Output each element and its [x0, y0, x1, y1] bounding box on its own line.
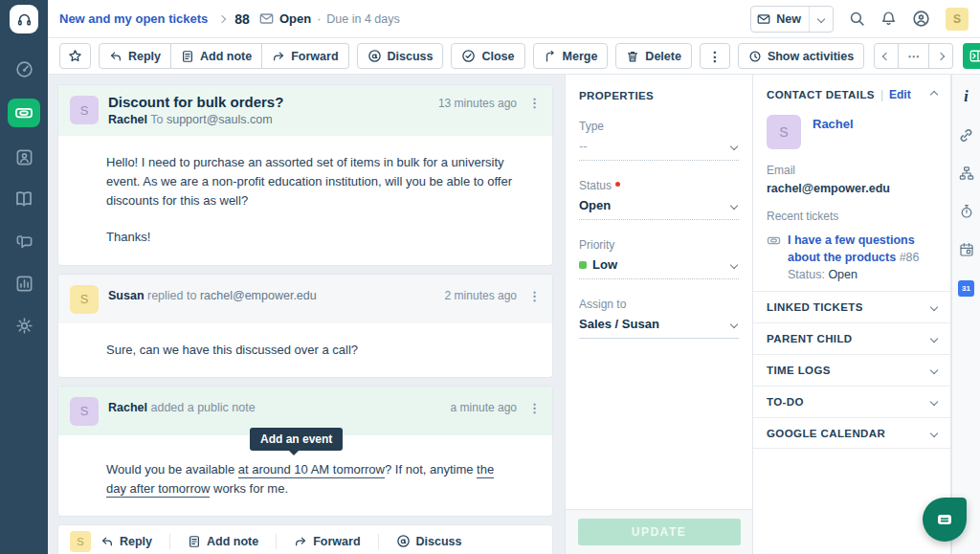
previous-ticket-button[interactable] [874, 43, 899, 69]
reply-button[interactable]: Reply [99, 43, 171, 69]
message-kebab-icon[interactable]: ⋮ [528, 401, 541, 415]
due-separator: · [317, 12, 321, 26]
nav-contacts-icon[interactable] [8, 144, 40, 169]
nav-solutions-icon[interactable] [8, 187, 40, 211]
message-kebab-icon[interactable]: ⋮ [528, 289, 541, 303]
todo-calendar-icon[interactable] [956, 241, 977, 258]
nav-dashboard-icon[interactable] [8, 56, 40, 81]
field-value: -- [579, 139, 588, 153]
status-select[interactable]: Open [579, 192, 739, 220]
priority-low-dot [579, 261, 587, 269]
collapse-panel-button[interactable] [963, 43, 980, 69]
recent-ticket-status: Status: Open [788, 268, 937, 281]
forward-label: Forward [291, 50, 338, 63]
contact-info-icon[interactable]: i [956, 88, 977, 105]
new-ticket-button[interactable]: New [750, 6, 834, 33]
forward-button[interactable]: Forward [262, 43, 348, 69]
message-timestamp: 13 minutes ago [438, 97, 517, 110]
headphones-icon [16, 11, 33, 28]
breadcrumb-chevron-icon [218, 14, 226, 22]
add-note-button[interactable]: Add note [188, 535, 258, 548]
show-activities-button[interactable]: Show activities [738, 43, 864, 69]
helpdesk-app: New and my open tickets 88 Open · Due in… [0, 0, 980, 554]
section-to-do[interactable]: TO-DO [753, 386, 950, 417]
update-button[interactable]: UPDATE [578, 519, 741, 545]
assign-to-select[interactable]: Sales / Susan [579, 311, 739, 339]
assign-to-field: Assign to Sales / Susan [579, 298, 739, 339]
brand-logo[interactable] [10, 5, 38, 33]
section-label: TIME LOGS [767, 365, 831, 376]
nav-admin-icon[interactable] [8, 313, 40, 338]
reply-label: Reply [120, 535, 152, 548]
time-logs-icon[interactable] [956, 203, 977, 220]
more-actions-button[interactable]: ⋮ [700, 43, 730, 69]
discuss-label: Discuss [388, 50, 434, 63]
message-header[interactable]: S Discount for bulk orders? Rachel To su… [58, 85, 552, 136]
message-author: Rachel [108, 113, 147, 126]
agent-assist-icon[interactable] [912, 10, 930, 28]
collapse-chevron-icon[interactable] [930, 91, 938, 99]
close-label: Close [481, 50, 514, 63]
section-parent-child[interactable]: PARENT CHILD [753, 322, 950, 354]
merge-button[interactable]: Merge [533, 43, 609, 69]
delete-button[interactable]: Delete [615, 43, 692, 69]
forward-label: Forward [313, 535, 360, 548]
chat-widget-button[interactable] [923, 498, 967, 542]
top-bar: New and my open tickets 88 Open · Due in… [48, 0, 980, 38]
add-event-tooltip[interactable]: Add an event [250, 428, 343, 451]
forward-button[interactable]: Forward [294, 535, 360, 548]
forward-icon [272, 50, 285, 63]
message-card: S Susan replied to rachel@empower.edu 2 … [57, 274, 553, 378]
reply-button[interactable]: Reply [100, 535, 152, 548]
message-header[interactable]: S Susan replied to rachel@empower.edu 2 … [58, 275, 552, 323]
contact-name-link[interactable]: Rachel [813, 117, 854, 149]
star-button[interactable] [59, 43, 91, 69]
reply-icon [100, 535, 114, 548]
section-label: LINKED TICKETS [767, 301, 863, 313]
priority-select[interactable]: Low [579, 252, 739, 279]
type-select[interactable]: -- [579, 133, 739, 161]
edit-contact-link[interactable]: Edit [889, 88, 911, 101]
field-label: Status [579, 179, 739, 192]
discuss-button[interactable]: Discuss [357, 43, 444, 69]
google-calendar-day: 31 [958, 280, 974, 297]
properties-panel: PROPERTIES Type -- Status Open Priority … [565, 75, 753, 554]
section-linked-tickets[interactable]: LINKED TICKETS [753, 291, 950, 322]
note-text: works for me. [210, 481, 288, 496]
close-button[interactable]: Close [451, 43, 524, 69]
chevron-down-icon [930, 303, 938, 311]
nav-analytics-icon[interactable] [8, 271, 40, 296]
linked-tickets-icon[interactable] [956, 126, 977, 144]
parent-child-icon[interactable] [956, 165, 977, 182]
chevron-down-icon [730, 260, 738, 268]
ticket-status: Open [279, 11, 311, 26]
ticket-number: 88 [234, 11, 250, 27]
next-ticket-button[interactable] [929, 43, 953, 69]
user-avatar[interactable]: S [946, 8, 969, 31]
message-action: To [150, 113, 163, 126]
nav-tickets-icon[interactable] [8, 99, 40, 127]
section-label: GOOGLE CALENDAR [767, 428, 885, 439]
new-dropdown-toggle[interactable] [810, 16, 833, 22]
priority-field: Priority Low [579, 238, 739, 279]
highlighted-date-phrase[interactable]: at around 10 AM tomorrow [238, 462, 385, 478]
breadcrumb[interactable]: New and my open tickets [59, 11, 208, 26]
section-label: TO-DO [767, 396, 804, 408]
section-time-logs[interactable]: TIME LOGS [753, 354, 950, 386]
notifications-bell-icon[interactable] [880, 11, 897, 27]
avatar: S [70, 397, 99, 426]
message-recipient: rachel@empower.edu [200, 289, 317, 302]
recent-ticket-link[interactable]: I have a few questions about the product… [788, 233, 920, 264]
discuss-button[interactable]: Discuss [396, 534, 462, 548]
add-note-button[interactable]: Add note [171, 43, 262, 69]
section-google-calendar[interactable]: GOOGLE CALENDAR [753, 417, 950, 449]
ticket-list-more-button[interactable]: ⋯ [899, 43, 929, 69]
ticket-subject: Discount for bulk orders? [108, 94, 429, 110]
google-calendar-icon[interactable]: 31 [956, 279, 977, 297]
chevron-down-icon [930, 430, 938, 437]
message-kebab-icon[interactable]: ⋮ [528, 96, 541, 110]
add-note-label: Add note [200, 50, 252, 63]
nav-forums-icon[interactable] [8, 229, 40, 254]
search-icon[interactable] [849, 11, 865, 27]
merge-icon [544, 50, 557, 63]
